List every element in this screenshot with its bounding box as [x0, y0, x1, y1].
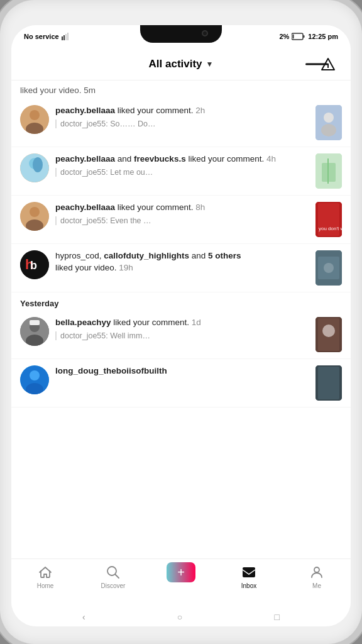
discover-label: Discover: [101, 582, 126, 589]
inbox-icon: [241, 564, 257, 580]
avatar: [20, 317, 49, 346]
username-bold: bella.peachyy: [55, 318, 111, 327]
avatar-image: [20, 153, 49, 182]
username-bold-2: freevbucks.s: [134, 154, 186, 164]
notifications-scroll[interactable]: liked your video. 5m peachy.bellaaa like…: [11, 80, 351, 558]
svg-point-10: [30, 110, 40, 120]
notification-item[interactable]: peachy.bellaaa and freevbucks.s liked yo…: [11, 147, 351, 196]
status-left: No service: [24, 33, 69, 40]
nav-home[interactable]: Home: [11, 564, 79, 589]
time-text: 12:25 pm: [308, 33, 338, 40]
notif-main-text: peachy.bellaaa liked your comment. 2h: [55, 105, 309, 117]
home-gesture[interactable]: ○: [177, 612, 182, 622]
profile-icon: [309, 564, 325, 580]
svg-point-13: [324, 113, 334, 123]
video-thumbnail[interactable]: [315, 250, 342, 286]
notif-main-text: long_doug_theboiisofbuilth: [55, 365, 309, 377]
video-thumbnail[interactable]: you don't want t: [315, 202, 342, 237]
notif-main-text: bella.peachyy liked your comment. 1d: [55, 317, 309, 329]
username-bold: peachy.bellaaa: [55, 203, 115, 212]
avatar-image: [20, 365, 49, 394]
notch: [140, 25, 222, 43]
home-icon: [37, 564, 53, 580]
thumb-image: [315, 153, 342, 189]
inbox-label: Inbox: [241, 582, 256, 589]
svg-rect-2: [65, 34, 67, 40]
notification-item[interactable]: peachy.bellaaa liked your comment. 2h do…: [11, 99, 351, 147]
recent-gesture[interactable]: □: [274, 612, 279, 622]
notif-comment: doctor_joe55: Let me ou…: [55, 168, 309, 177]
svg-rect-1: [63, 35, 65, 40]
svg-rect-47: [243, 567, 255, 577]
notif-content: bella.peachyy liked your comment. 1d doc…: [55, 317, 309, 340]
notif-content: peachy.bellaaa liked your comment. 8h do…: [55, 202, 309, 225]
notif-content: peachy.bellaaa liked your comment. 2h do…: [55, 105, 309, 128]
svg-text:you don't want t: you don't want t: [319, 226, 342, 231]
first-notification-text: liked your video. 5m: [11, 80, 351, 99]
svg-rect-3: [67, 33, 69, 40]
notification-item[interactable]: long_doug_theboiisofbuilth: [11, 359, 351, 408]
notif-main-text: peachy.bellaaa liked your comment. 8h: [55, 202, 309, 214]
username-bold: callofduty_highlights: [104, 251, 189, 260]
video-thumbnail[interactable]: [315, 105, 342, 140]
video-thumbnail[interactable]: [315, 317, 342, 352]
video-thumbnail[interactable]: [315, 153, 342, 189]
avatar-image: [20, 105, 49, 134]
svg-point-39: [322, 325, 335, 337]
username-bold: peachy.bellaaa: [55, 154, 115, 164]
svg-point-14: [321, 124, 336, 136]
plus-button[interactable]: +: [167, 562, 195, 582]
thumb-image: you don't want t: [315, 202, 342, 237]
comment-text: doctor_joe55: Well imm…: [60, 331, 150, 340]
video-thumbnail[interactable]: [315, 365, 342, 401]
nav-inbox[interactable]: Inbox: [215, 564, 283, 589]
header-title-container[interactable]: All activity ▼: [149, 58, 214, 70]
camera-dot: [202, 30, 208, 36]
notif-content: peachy.bellaaa and freevbucks.s liked yo…: [55, 153, 309, 177]
others-count: 5 others: [208, 251, 241, 260]
phone-screen: No service 2% 12:25 pm: [11, 25, 351, 626]
avatar-image: [20, 317, 49, 346]
notif-comment: doctor_joe55: So…… Do…: [55, 119, 309, 128]
svg-point-22: [30, 207, 40, 217]
plus-sign: +: [177, 565, 185, 580]
thumb-image: [315, 250, 342, 286]
svg-point-41: [30, 370, 40, 380]
avatar-image: [20, 202, 49, 231]
svg-point-32: [324, 263, 334, 273]
avatar: [20, 202, 49, 231]
comment-text: doctor_joe55: Even the …: [60, 216, 151, 225]
me-label: Me: [312, 582, 321, 589]
notif-content: long_doug_theboiisofbuilth: [55, 365, 309, 377]
svg-point-48: [314, 567, 319, 572]
battery-icon: [292, 33, 305, 40]
avatar: [20, 153, 49, 182]
status-right: 2% 12:25 pm: [279, 33, 338, 40]
avatar: [20, 105, 49, 134]
svg-text:b: b: [30, 259, 37, 272]
notif-main-text: peachy.bellaaa and freevbucks.s liked yo…: [55, 153, 309, 165]
notif-comment: doctor_joe55: Well imm…: [55, 331, 309, 340]
filter-button[interactable]: [317, 53, 339, 75]
avatar: [20, 365, 49, 394]
comment-text: doctor_joe55: So…… Do…: [60, 119, 155, 128]
bottom-nav: Home Discover +: [11, 558, 351, 608]
nav-me[interactable]: Me: [283, 564, 351, 589]
phone-frame: No service 2% 12:25 pm: [0, 0, 362, 644]
username-bold: peachy.bellaaa: [55, 106, 115, 115]
notif-main-text: hypros_cod, callofduty_highlights and 5 …: [55, 250, 309, 274]
home-label: Home: [37, 582, 54, 589]
back-gesture[interactable]: ‹: [82, 612, 85, 622]
comment-text: doctor_joe55: Let me ou…: [60, 168, 153, 177]
notification-item[interactable]: peachy.bellaaa liked your comment. 8h do…: [11, 196, 351, 244]
signal-icon: [62, 33, 69, 40]
dropdown-arrow-icon: ▼: [206, 60, 214, 69]
svg-rect-36: [30, 320, 40, 325]
section-label: Yesterday: [11, 292, 351, 311]
nav-create[interactable]: +: [147, 564, 215, 582]
notification-item[interactable]: bella.peachyy liked your comment. 1d doc…: [11, 311, 351, 359]
svg-line-46: [116, 575, 119, 579]
thumb-image: [315, 365, 342, 401]
notification-item[interactable]: h b hypros_cod, callofduty_highlights an…: [11, 244, 351, 292]
nav-discover[interactable]: Discover: [79, 564, 147, 589]
